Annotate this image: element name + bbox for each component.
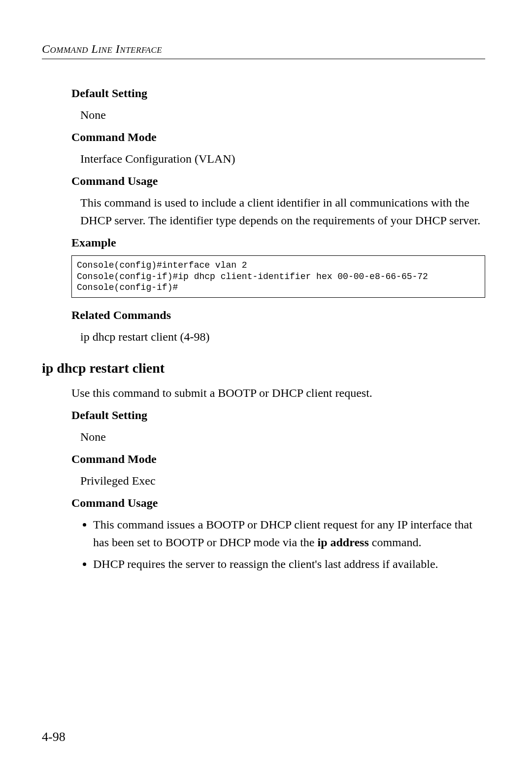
section-intro: Use this command to submit a BOOTP or DH… — [71, 384, 485, 402]
bullet-1-bold: ip address — [318, 536, 369, 549]
heading-example: Example — [71, 236, 485, 249]
heading-command-mode-2: Command Mode — [71, 453, 485, 466]
body-default-setting-2: None — [80, 428, 485, 446]
heading-default-setting-2: Default Setting — [71, 409, 485, 422]
header-rule — [42, 59, 485, 59]
body-command-mode-2: Privileged Exec — [80, 472, 485, 490]
body-command-mode-1: Interface Configuration (VLAN) — [80, 150, 485, 168]
bullet-1: This command issues a BOOTP or DHCP clie… — [93, 516, 485, 551]
running-header: Command Line Interface — [42, 42, 485, 56]
heading-command-usage-1: Command Usage — [71, 175, 485, 188]
section-title-ip-dhcp-restart: ip dhcp restart client — [42, 360, 485, 376]
content-block: Default Setting None Command Mode Interf… — [42, 87, 485, 573]
page: Command Line Interface Default Setting N… — [0, 0, 532, 774]
heading-command-usage-2: Command Usage — [71, 496, 485, 510]
code-example: Console(config)#interface vlan 2 Console… — [71, 255, 485, 298]
page-number: 4-98 — [42, 730, 66, 744]
bullet-1-post: command. — [369, 536, 422, 549]
command-usage-bullets: This command issues a BOOTP or DHCP clie… — [80, 516, 485, 573]
body-default-setting-1: None — [80, 106, 485, 124]
heading-related-commands: Related Commands — [71, 309, 485, 322]
bullet-2: DHCP requires the server to reassign the… — [93, 555, 485, 573]
body-related-commands: ip dhcp restart client (4-98) — [80, 328, 485, 346]
heading-default-setting-1: Default Setting — [71, 87, 485, 100]
heading-command-mode-1: Command Mode — [71, 131, 485, 144]
body-command-usage-1: This command is used to include a client… — [80, 194, 485, 229]
